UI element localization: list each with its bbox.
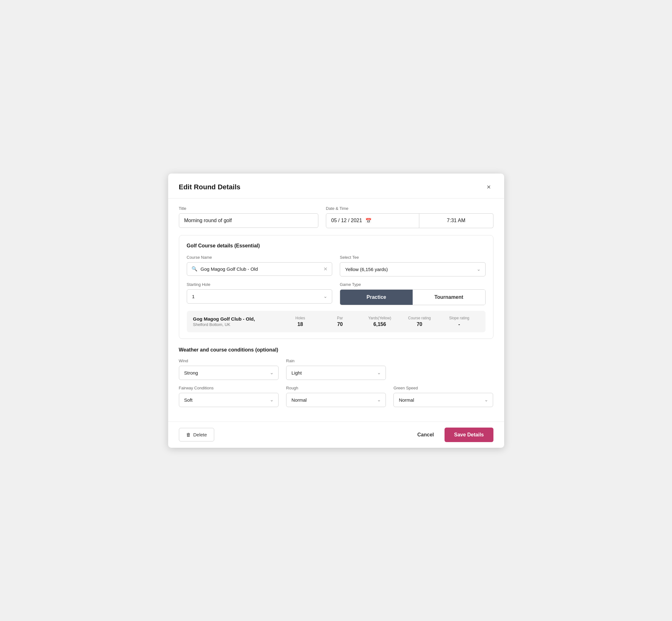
weather-title: Weather and course conditions (optional) [179, 347, 494, 353]
starting-hole-dropdown[interactable]: 1234 5678 910 [187, 290, 332, 303]
fairway-dropdown[interactable]: SoftNormalHard [179, 393, 278, 407]
course-info-name-text: Gog Magog Golf Club - Old, [193, 316, 281, 322]
close-button[interactable]: × [484, 182, 494, 192]
fairway-select-wrap[interactable]: SoftNormalHard ⌄ [179, 393, 279, 407]
search-icon: 🔍 [192, 266, 198, 272]
green-speed-label: Green Speed [393, 385, 493, 390]
course-rating-value: 70 [400, 322, 439, 327]
starting-hole-col: Starting Hole 1234 5678 910 ⌄ [187, 282, 333, 305]
modal-body: Title Date & Time 05 / 12 / 2021 📅 7:31 … [168, 199, 504, 422]
holes-stat: Holes 18 [281, 316, 320, 327]
course-info-location: Shelford Bottom, UK [193, 322, 281, 327]
course-info-row: Gog Magog Golf Club - Old, Shelford Bott… [187, 311, 486, 332]
modal-footer: 🗑 Delete Cancel Save Details [168, 422, 504, 448]
delete-button[interactable]: 🗑 Delete [179, 428, 214, 442]
cancel-button[interactable]: Cancel [411, 428, 441, 442]
course-rating-label: Course rating [400, 316, 439, 320]
conditions-row: Fairway Conditions SoftNormalHard ⌄ Roug… [179, 385, 494, 407]
fairway-field: Fairway Conditions SoftNormalHard ⌄ [179, 385, 279, 407]
select-tee-dropdown[interactable]: Yellow (6,156 yards) White (6,600 yards)… [340, 262, 485, 276]
calendar-icon: 📅 [365, 218, 372, 224]
green-speed-field: Green Speed SlowNormalFastVery Fast ⌄ [393, 385, 493, 407]
rough-dropdown[interactable]: ShortNormalLong [287, 393, 385, 407]
select-tee-label: Select Tee [340, 255, 486, 260]
rough-select-wrap[interactable]: ShortNormalLong ⌄ [286, 393, 386, 407]
time-value: 7:31 AM [447, 218, 465, 223]
title-datetime-row: Title Date & Time 05 / 12 / 2021 📅 7:31 … [179, 206, 494, 228]
date-field[interactable]: 05 / 12 / 2021 📅 [326, 213, 419, 228]
green-speed-dropdown[interactable]: SlowNormalFastVery Fast [394, 393, 493, 407]
golf-course-title: Golf Course details (Essential) [187, 243, 486, 249]
game-type-toggle: Practice Tournament [340, 289, 486, 305]
green-speed-select-wrap[interactable]: SlowNormalFastVery Fast ⌄ [393, 393, 493, 407]
course-tee-row: Course Name 🔍 ✕ Select Tee Yellow (6,156… [187, 255, 486, 277]
rough-field: Rough ShortNormalLong ⌄ [286, 385, 386, 407]
course-name-input[interactable] [201, 266, 321, 272]
course-info-name: Gog Magog Golf Club - Old, Shelford Bott… [193, 316, 281, 327]
edit-round-modal: Edit Round Details × Title Date & Time 0… [168, 173, 504, 448]
game-type-col: Game Type Practice Tournament [340, 282, 486, 305]
modal-title: Edit Round Details [179, 183, 241, 191]
starting-hole-label: Starting Hole [187, 282, 333, 287]
tournament-button[interactable]: Tournament [413, 290, 485, 305]
practice-button[interactable]: Practice [340, 290, 413, 305]
title-label: Title [179, 206, 318, 211]
game-type-label: Game Type [340, 282, 486, 287]
date-time-group: 05 / 12 / 2021 📅 7:31 AM [326, 213, 494, 228]
slope-rating-stat: Slope rating - [439, 316, 479, 327]
weather-section: Weather and course conditions (optional)… [179, 347, 494, 407]
course-name-col: Course Name 🔍 ✕ [187, 255, 333, 277]
holes-label: Holes [281, 316, 320, 320]
yards-value: 6,156 [360, 322, 400, 327]
holes-value: 18 [281, 322, 320, 327]
rain-field: Rain NoneLightModerateHeavy ⌄ [286, 359, 386, 380]
save-button[interactable]: Save Details [445, 427, 493, 442]
slope-rating-label: Slope rating [439, 316, 479, 320]
wind-label: Wind [179, 359, 279, 363]
wind-rain-row: Wind NoneLightModerateStrong ⌄ Rain None… [179, 359, 494, 380]
rain-select-wrap[interactable]: NoneLightModerateHeavy ⌄ [286, 366, 386, 380]
datetime-label: Date & Time [326, 206, 494, 211]
rain-dropdown[interactable]: NoneLightModerateHeavy [287, 366, 385, 380]
rain-label: Rain [286, 359, 386, 363]
yards-label: Yards(Yellow) [360, 316, 400, 320]
fairway-label: Fairway Conditions [179, 385, 279, 390]
clear-icon[interactable]: ✕ [323, 266, 328, 272]
datetime-field-col: Date & Time 05 / 12 / 2021 📅 7:31 AM [326, 206, 494, 228]
modal-header: Edit Round Details × [168, 173, 504, 199]
wind-select-wrap[interactable]: NoneLightModerateStrong ⌄ [179, 366, 279, 380]
par-label: Par [320, 316, 360, 320]
yards-stat: Yards(Yellow) 6,156 [360, 316, 400, 327]
starting-hole-wrap[interactable]: 1234 5678 910 ⌄ [187, 289, 333, 303]
rough-label: Rough [286, 385, 386, 390]
date-value: 05 / 12 / 2021 [331, 218, 362, 223]
delete-label: Delete [194, 432, 207, 437]
par-value: 70 [320, 322, 360, 327]
par-stat: Par 70 [320, 316, 360, 327]
course-name-label: Course Name [187, 255, 333, 260]
course-search-wrap[interactable]: 🔍 ✕ [187, 262, 333, 276]
wind-dropdown[interactable]: NoneLightModerateStrong [179, 366, 278, 380]
select-tee-wrap[interactable]: Yellow (6,156 yards) White (6,600 yards)… [340, 262, 486, 277]
trash-icon: 🗑 [186, 432, 191, 437]
wind-field: Wind NoneLightModerateStrong ⌄ [179, 359, 279, 380]
select-tee-col: Select Tee Yellow (6,156 yards) White (6… [340, 255, 486, 277]
slope-rating-value: - [439, 322, 479, 327]
golf-course-section: Golf Course details (Essential) Course N… [179, 235, 494, 339]
course-rating-stat: Course rating 70 [400, 316, 439, 327]
title-field-col: Title [179, 206, 318, 228]
hole-gametype-row: Starting Hole 1234 5678 910 ⌄ Game Type … [187, 282, 486, 305]
time-field[interactable]: 7:31 AM [419, 213, 494, 228]
title-input[interactable] [179, 213, 318, 228]
